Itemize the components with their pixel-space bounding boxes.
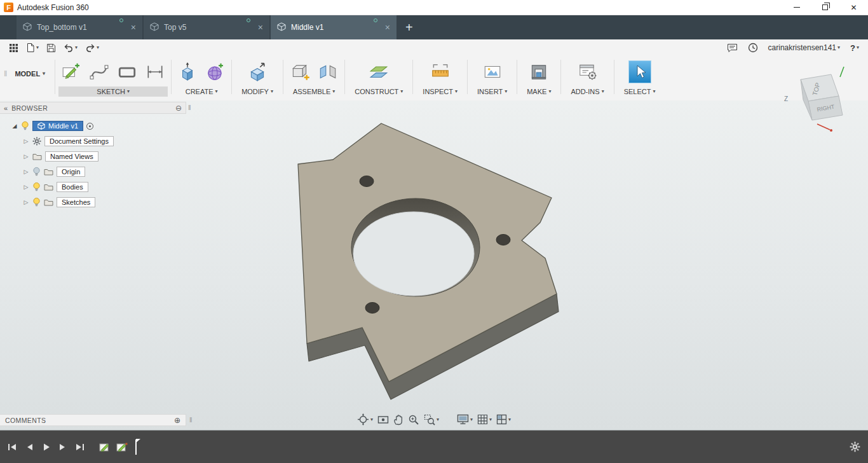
zoom-button[interactable] — [408, 414, 419, 425]
small-hole-top — [360, 176, 374, 187]
grid-settings-button[interactable]: ▾ — [477, 414, 492, 425]
group-label-construct[interactable]: CONSTRUCT ▾ — [348, 86, 409, 97]
modeling-canvas[interactable]: TOP RIGHT Z « BROWSER ⊖ ‖ ◢ Middle v1 — [0, 100, 868, 430]
make-3d-print-button[interactable] — [526, 59, 552, 85]
select-tool-button[interactable] — [628, 60, 651, 83]
pan-button[interactable] — [393, 414, 403, 425]
viewcube[interactable]: TOP RIGHT Z — [779, 66, 862, 135]
collapse-browser-icon[interactable]: « — [4, 104, 8, 112]
display-settings-button[interactable]: ▾ — [457, 414, 473, 425]
tree-item-label[interactable]: Named Views — [45, 151, 98, 162]
extrude-button[interactable] — [175, 59, 200, 85]
expand-open-icon[interactable]: ◢ — [11, 123, 18, 129]
tree-row-sketches[interactable]: ▷ Sketches — [23, 196, 95, 209]
group-label-inspect[interactable]: INSPECT ▾ — [416, 86, 464, 97]
new-document-tab-button[interactable]: + — [398, 15, 421, 39]
tree-item-root[interactable]: Middle v1 — [32, 121, 83, 131]
expand-closed-icon[interactable]: ▷ — [23, 138, 29, 144]
group-label-sketch[interactable]: SKETCH ▾ — [58, 86, 168, 97]
step-forward-button[interactable] — [58, 443, 67, 452]
go-to-start-button[interactable] — [8, 443, 17, 452]
tree-row-document-settings[interactable]: ▷ Document Settings — [23, 135, 114, 148]
expand-closed-icon[interactable]: ▷ — [23, 169, 29, 175]
browser-resize-grip[interactable]: ‖ — [188, 104, 191, 111]
tab-close-icon[interactable]: × — [384, 22, 391, 32]
group-label-make[interactable]: MAKE ▾ — [520, 86, 557, 97]
expand-closed-icon[interactable]: ▷ — [23, 184, 29, 190]
save-button[interactable] — [43, 41, 60, 55]
create-form-button[interactable] — [203, 59, 228, 85]
create-sketch-icon — [61, 62, 81, 82]
user-account-menu[interactable]: carinakristensen141 ▾ — [764, 41, 844, 55]
tree-item-label[interactable]: Sketches — [57, 197, 95, 207]
expand-closed-icon[interactable]: ▷ — [23, 199, 29, 205]
help-menu-button[interactable]: ? ▾ — [846, 41, 863, 55]
comments-resize-grip[interactable]: ‖ — [189, 416, 193, 424]
group-label-assemble[interactable]: ASSEMBLE ▾ — [287, 86, 341, 97]
go-to-end-button[interactable] — [75, 443, 85, 452]
close-button[interactable]: ✕ — [839, 0, 868, 15]
sketch-feature-icon[interactable] — [98, 441, 111, 453]
comments-feed-button[interactable] — [723, 41, 742, 55]
redo-button[interactable]: ▾ — [81, 41, 103, 55]
model-viewport[interactable] — [0, 100, 868, 430]
add-comment-icon[interactable]: ⊕ — [174, 416, 180, 425]
workspace-selector[interactable]: MODEL ▾ — [15, 70, 45, 78]
group-label-addins[interactable]: ADD-INS ▾ — [564, 86, 610, 97]
minimize-button[interactable] — [782, 0, 811, 15]
app-grid-button[interactable] — [5, 41, 22, 55]
browser-header[interactable]: « BROWSER ⊖ — [0, 102, 186, 114]
look-at-button[interactable] — [377, 415, 389, 425]
group-label-insert[interactable]: INSERT ▾ — [471, 86, 513, 97]
scripts-addins-button[interactable] — [575, 59, 600, 85]
tree-item-label[interactable]: Origin — [57, 167, 85, 177]
construction-plane-button[interactable] — [366, 59, 391, 85]
browser-minimize-icon[interactable]: ⊖ — [175, 104, 182, 113]
expand-closed-icon[interactable]: ▷ — [23, 153, 29, 160]
restore-button[interactable] — [811, 0, 839, 15]
activate-component-radio[interactable] — [86, 123, 93, 130]
redo-icon — [85, 43, 95, 52]
group-label-create[interactable]: CREATE ▾ — [175, 86, 228, 97]
rectangle-tool-button[interactable] — [114, 59, 140, 85]
toolbar-grip[interactable]: ‖ — [4, 69, 7, 78]
play-button[interactable] — [42, 443, 50, 452]
tab-close-icon[interactable]: × — [257, 22, 264, 32]
measure-button[interactable] — [428, 59, 453, 85]
timeline-playback-controls — [8, 443, 85, 452]
file-menu-button[interactable]: ▾ — [22, 41, 43, 55]
visibility-bulb-on-icon[interactable] — [32, 197, 41, 207]
new-component-button[interactable] — [287, 59, 313, 85]
sketch-dimension-button[interactable] — [142, 59, 168, 85]
sketch-feature-icon[interactable] — [116, 441, 128, 453]
group-label-select[interactable]: SELECT ▾ — [618, 86, 662, 97]
tab-close-icon[interactable]: × — [130, 22, 137, 32]
doc-tab-top-v5[interactable]: Top v5 × — [144, 15, 269, 39]
timeline-playhead-marker[interactable] — [135, 439, 137, 455]
tree-item-label[interactable]: Document Settings — [44, 136, 114, 146]
joint-button[interactable] — [315, 59, 341, 85]
tree-row-root[interactable]: ◢ Middle v1 — [11, 120, 93, 132]
zoom-window-button[interactable]: ▾ — [424, 414, 439, 425]
timeline-settings-gear-button[interactable] — [850, 441, 860, 452]
visibility-bulb-on-icon[interactable] — [21, 121, 29, 131]
insert-canvas-button[interactable] — [480, 59, 505, 85]
orbit-button[interactable]: ▾ — [357, 413, 373, 425]
press-pull-button[interactable] — [245, 59, 270, 85]
undo-button[interactable]: ▾ — [60, 41, 81, 55]
visibility-bulb-on-icon[interactable] — [32, 182, 41, 192]
doc-tab-top-bottom[interactable]: Top_bottom v1 × — [17, 15, 142, 39]
tree-row-named-views[interactable]: ▷ Named Views — [23, 150, 98, 163]
job-status-button[interactable] — [744, 41, 762, 55]
create-sketch-button[interactable] — [58, 59, 84, 85]
visibility-bulb-off-icon[interactable] — [32, 167, 41, 177]
comments-panel[interactable]: COMMENTS ⊕ — [0, 414, 186, 426]
viewports-button[interactable]: ▾ — [496, 414, 511, 425]
tree-item-label[interactable]: Bodies — [57, 182, 88, 192]
step-back-button[interactable] — [25, 443, 34, 452]
fit-point-spline-button[interactable] — [86, 59, 112, 85]
group-label-modify[interactable]: MODIFY ▾ — [235, 86, 280, 97]
doc-tab-middle-v1-active[interactable]: Middle v1 × — [271, 15, 397, 39]
tree-row-origin[interactable]: ▷ Origin — [23, 165, 85, 178]
tree-row-bodies[interactable]: ▷ Bodies — [23, 181, 88, 193]
